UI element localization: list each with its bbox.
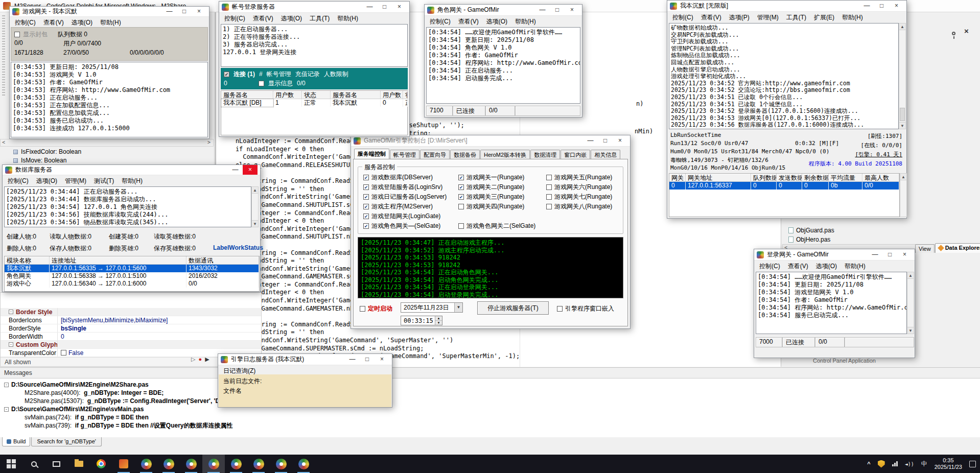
db-log-scrollbar[interactable]: ▲ ▼ [251,186,259,227]
message-group[interactable]: - D:\Source\GameOfMirs\M2Engine\M2Share.… [4,381,980,389]
ime-indicator[interactable]: 中 [921,460,927,468]
column-header[interactable]: 队列数据 [751,174,777,182]
checkbox-rungate5[interactable]: 游戏网关五(Rungate) [546,173,612,182]
checkbox-box[interactable]: ✔ [458,175,464,180]
scroll-right-icon[interactable]: > [207,139,211,145]
volume-icon[interactable]: ◄)) [905,461,914,467]
collapse-icon[interactable]: - [9,342,13,347]
checkbox-rungate4[interactable]: 游戏网关四(Rungate) [458,202,524,211]
network-icon[interactable] [892,461,898,466]
menu-item[interactable]: 选项(O) [281,14,302,23]
scroll-up-icon[interactable]: ▲ [900,174,906,180]
project-file-item[interactable]: ObjHero.pas [788,236,830,243]
game-server-button[interactable] [292,455,315,473]
dropdown-arrow-icon[interactable]: ▼ [454,303,462,312]
tab-server-control[interactable]: 服务端控制 [354,149,389,160]
panel-grip[interactable] [2,15,5,97]
module-row[interactable]: 游戏中心 127.0.0.1:56340 → 127.0.0.1:6000 0/… [5,280,259,288]
close-icon[interactable]: × [964,27,969,35]
close-button[interactable]: × [192,7,206,16]
tab-config-wizard[interactable]: 配置向导 [420,150,450,160]
scroll-down-icon[interactable]: ▼ [907,327,914,334]
checkbox-rungate6[interactable]: 游戏网关六(Rungate) [546,183,612,192]
m2server-titlebar[interactable]: 我本沉默 [无限版] — □ × [667,1,906,12]
inspector-category-row[interactable]: -Custom Glyphs [1,341,261,349]
menu-item[interactable]: 帮助(H) [100,18,121,27]
game-gateway-titlebar[interactable]: 游戏网关 - 我本沉默 — □ × [10,7,209,17]
maximize-button[interactable]: □ [177,7,192,16]
tab-backup[interactable]: 数据备份 [450,150,480,160]
minimize-button[interactable]: — [859,1,874,11]
checkbox-box[interactable] [360,306,365,312]
message-line[interactable]: svMain.pas(739): if g_nDBType = BDE then… [4,421,980,430]
scroll-down-icon[interactable]: ▼ [252,220,258,227]
column-header[interactable]: 发送数据 [777,174,802,182]
m2server-table-scrollbar[interactable]: ▲ [900,173,907,217]
minimize-button[interactable]: — [228,165,243,175]
menu-item[interactable]: 管理(M) [65,177,86,185]
game-server-button-active[interactable] [202,455,225,473]
menu-item[interactable]: 帮助(H) [515,17,536,26]
gateway-row[interactable]: 0 127.0.0.1:56337 0 0 0 0b 0/0 [669,182,899,190]
log-server-titlebar[interactable]: 引擎日志服务器 (我本沉默) — □ × [218,354,392,365]
m2server-log-scrollbar[interactable]: ▲ ▼ [899,23,906,129]
maximize-button[interactable]: □ [377,2,392,12]
close-button[interactable]: × [392,2,407,12]
checkbox-rungate7[interactable]: 游戏网关七(Rungate) [546,193,612,201]
checkbox-rungate1[interactable]: ✔游戏网关一(Rungate) [458,173,524,182]
column-header[interactable]: 平均流量 [829,174,862,182]
column-header[interactable]: 最高人数 [862,174,899,182]
structure-item[interactable]: IsFixedColor: Boolean [13,148,81,155]
stop-server-button[interactable]: 停止游戏服务器(T) [477,301,549,315]
inspector-category-row[interactable]: -Border Style [1,308,261,316]
checkbox-box[interactable]: ✔ [363,223,369,229]
menu-item[interactable]: 扩展(E) [814,13,834,22]
message-line[interactable]: svMain.pas(724): if g_nDBType = BDE then [4,413,980,421]
show-info-checkbox[interactable] [259,81,264,86]
minimize-button[interactable]: — [868,250,882,259]
close-button[interactable]: × [565,5,579,15]
checkbox-rungate3[interactable]: ✔游戏网关三(Rungate) [458,193,524,201]
chrome-button[interactable] [90,455,112,473]
column-header[interactable]: 状态 [302,91,331,99]
column-header[interactable]: 服务器名 [221,91,273,99]
menu-item[interactable]: 查看(V) [701,13,721,22]
maximize-button[interactable]: □ [550,5,565,15]
tab-account[interactable]: 帐号管理 [390,150,419,160]
console-titlebar[interactable]: GameOfMir引擎控制台 [D:\MirServer\] — □ × [351,135,630,147]
work-status-link[interactable]: LabelWorkStatus [213,244,263,251]
menu-item[interactable]: 选项(O) [816,262,837,271]
column-header[interactable]: 网关 [669,174,686,182]
checkbox-box[interactable] [557,306,563,312]
menu-item[interactable]: 帮助(H) [337,14,358,23]
menu-item[interactable]: 控制(C) [224,14,245,23]
column-header[interactable]: 数据通讯 [186,256,259,265]
menu-item[interactable]: 控制(C) [430,17,451,26]
checkbox-box[interactable] [546,194,552,200]
menu-item[interactable]: 控制(C) [759,262,780,271]
checkbox-rungate8[interactable]: 游戏网关八(Rungate) [546,202,612,211]
checkbox-box[interactable]: ✔ [458,194,464,200]
minimize-button[interactable]: — [345,354,360,364]
collapse-icon[interactable]: - [9,310,13,314]
checkbox-loginsrv[interactable]: ✔游戏登陆服务器(LoginSrv) [363,183,442,192]
spin-up-icon[interactable]: ▴ [435,316,442,321]
property-value[interactable]: bsSingle [58,324,86,332]
tab-build[interactable]: Build [2,437,30,446]
toolbar-item-limit[interactable]: 人数限制 [324,70,348,79]
tab-data-clean[interactable]: 数据清理 [530,150,560,160]
maximize-button[interactable]: □ [360,354,375,364]
checkbox-rungate2[interactable]: ✔游戏网关二(Rungate) [458,183,524,192]
checkbox-embed-window[interactable]: 引擎程序窗口嵌入 [557,304,614,313]
menu-item[interactable]: 控制(C) [672,13,693,22]
property-value[interactable]: [biSystemMenu,biMinimize,biMaximize] [58,316,168,324]
column-header[interactable]: 状态 [403,91,408,99]
toolbar-item-recharge[interactable]: 充值记录 [295,70,320,79]
column-header[interactable]: 用户数 [381,91,403,99]
connect-checkbox[interactable]: ✔ [224,72,229,77]
checkbox-box[interactable]: ✔ [363,214,369,219]
checkbox-logserver[interactable]: ✔游戏日记服务器(LogServer) [363,193,447,201]
tab-data-explorer[interactable]: Data Explorer [935,243,980,253]
login-gateway-titlebar[interactable]: 登录网关 - GameOfMir — □ × [754,249,915,261]
breakpoint-icon[interactable]: ● [198,356,202,363]
